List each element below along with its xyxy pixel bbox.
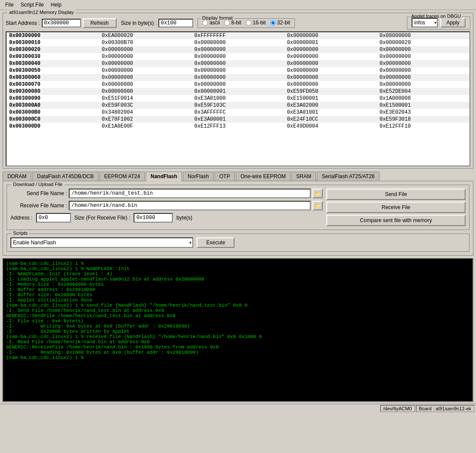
scripts-title: Scripts: [11, 230, 30, 236]
radio-16bit[interactable]: 16-bit: [246, 20, 266, 26]
address-input[interactable]: [36, 213, 71, 223]
receive-file-browse-btn[interactable]: 📁: [312, 201, 323, 210]
start-address-input[interactable]: [42, 19, 81, 27]
memory-table-container[interactable]: 0x003000000xEA0000200xFFFFFFFF0x00000000…: [6, 31, 470, 166]
receive-file-label: Receive File Name :: [10, 203, 67, 209]
memory-display-panel: at91sam9n12 Memory Display Start Address…: [3, 13, 473, 169]
tab-ddram[interactable]: DDRAM: [3, 172, 31, 181]
send-file-browse-btn[interactable]: 📁: [312, 189, 323, 198]
tab-onewire-eeprom[interactable]: One-wire EEPROM: [236, 172, 291, 181]
address-label: Address :: [10, 215, 33, 221]
table-row: 0x003000000xEA0000200xFFFFFFFF0x00000000…: [7, 32, 469, 39]
download-upload-panel: Download / Upload File Send File Name : …: [7, 185, 469, 230]
script-select[interactable]: Enable NandFlash Enable NandFlash (Softw…: [10, 237, 193, 248]
display-format-title: Display format: [201, 15, 234, 20]
size-label: Size in byte(s) :: [121, 20, 157, 26]
table-row: 0x003000100x00300B700x000000000x00000001…: [7, 39, 469, 46]
status-bar: /dev/ttyACM0 Board : at91sam9n12-ek: [0, 404, 476, 413]
tab-nandflash[interactable]: NandFlash: [146, 172, 182, 181]
start-address-label: Start Address :: [6, 20, 40, 26]
memory-table: 0x003000000xEA0000200xFFFFFFFF0x00000000…: [7, 32, 469, 130]
status-board: Board : at91sam9n12-ek: [416, 405, 474, 412]
table-row: 0x003000600x000000000x000000000x00000000…: [7, 74, 469, 81]
tab-otp[interactable]: OTP: [215, 172, 235, 181]
tab-eeprom-at24[interactable]: EEPROM AT24: [100, 172, 145, 181]
table-row: 0x003000300x000000000x000000000x00000000…: [7, 53, 469, 60]
radio-32bit[interactable]: 32-bit: [270, 20, 290, 26]
receive-file-button[interactable]: Receive File: [326, 202, 466, 213]
send-file-label: Send File Name :: [10, 190, 67, 196]
tab-serialflash[interactable]: SerialFlash AT25/AT26: [317, 172, 379, 181]
menu-help[interactable]: Help: [47, 1, 65, 9]
table-row: 0x003000A00xE59F003C0xE59F103C0xE3A02000…: [7, 102, 469, 109]
table-row: 0x003000800x000000000x000000010xE59FD050…: [7, 88, 469, 95]
radio-8bit[interactable]: 8-bit: [224, 20, 241, 26]
menubar: File Script File Help: [0, 0, 476, 10]
table-row: 0x003000400x000000000x000000000x00000000…: [7, 60, 469, 67]
bytes-label: byte(s): [176, 215, 192, 221]
send-file-button[interactable]: Send File: [326, 189, 466, 200]
execute-button[interactable]: Execute: [197, 237, 235, 248]
table-row: 0x003000700x000000000x000000000x00000000…: [7, 81, 469, 88]
console-area[interactable]: (sam-ba_cdc_cdc_linux2) 1 % (sam-ba_cdc_…: [3, 258, 473, 402]
size-input[interactable]: [158, 19, 193, 27]
applet-traces-select[interactable]: infos debug none: [412, 18, 438, 27]
status-port: /dev/ttyACM0: [380, 405, 415, 412]
compare-button[interactable]: Compare sent file with memory: [326, 215, 466, 226]
table-row: 0x003000900xE51F00140xE3A010000xE1500001…: [7, 95, 469, 102]
apply-button[interactable]: Apply: [440, 18, 466, 27]
receive-file-input[interactable]: [69, 201, 311, 210]
menu-file[interactable]: File: [2, 1, 17, 9]
tab-dataflash[interactable]: DataFlash AT45DB/DCB: [32, 172, 99, 181]
tab-content-nandflash: Download / Upload File Send File Name : …: [3, 181, 473, 256]
memory-panel-title: at91sam9n12 Memory Display: [7, 10, 76, 15]
table-row: 0x003000500x000000000x000000000x00000000…: [7, 67, 469, 74]
menu-script-file[interactable]: Script File: [17, 1, 47, 9]
tab-norflash[interactable]: NorFlash: [183, 172, 214, 181]
radio-ascii[interactable]: ascii: [202, 20, 220, 26]
send-file-input[interactable]: [69, 189, 311, 198]
tab-sram[interactable]: SRAM: [292, 172, 316, 181]
download-upload-title: Download / Upload File: [11, 182, 64, 187]
table-row: 0x003000200x000000000x000000000x00000000…: [7, 46, 469, 53]
table-row: 0x003000D00xE1A0E00F0xE12FFF130xE49D0004…: [7, 123, 469, 130]
size-for-receive-label: Size (For Receive File) :: [74, 215, 131, 221]
refresh-button[interactable]: Refresh: [83, 18, 117, 28]
tabs-bar: DDRAM DataFlash AT45DB/DCB EEPROM AT24 N…: [3, 171, 473, 181]
table-row: 0x003000C00xE78F10020xE3A000010xE24F10CC…: [7, 116, 469, 123]
table-row: 0x003000B00x348020040x3AFFFFFC0xE3A01001…: [7, 109, 469, 116]
size-for-receive-input[interactable]: [134, 213, 173, 223]
scripts-panel: Scripts Enable NandFlash Enable NandFlas…: [7, 233, 469, 252]
